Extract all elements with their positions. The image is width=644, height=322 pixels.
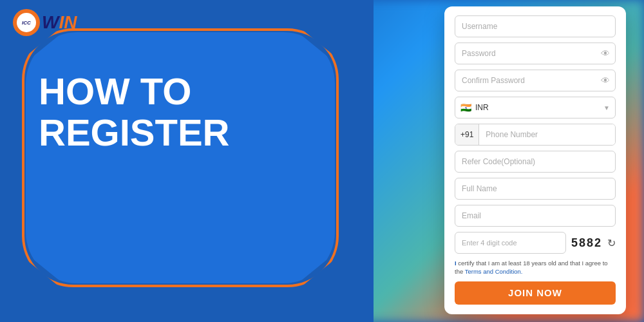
password-input[interactable] [455,43,616,64]
confirm-password-toggle-icon[interactable]: 👁 [601,75,610,86]
terms-text: I certify that I am at least 18 years ol… [455,259,616,276]
fullname-field [455,178,616,200]
logo-in: IN [59,12,77,32]
fullname-input[interactable] [455,178,616,200]
heading-line1: HOW TO [39,71,230,112]
terms-link[interactable]: Terms and Condition. [465,268,523,275]
currency-select-wrap: 🇮🇳 INR ▼ [455,97,616,118]
left-panel [0,0,374,322]
logo-circle: ICC [13,9,40,36]
currency-flag: 🇮🇳 [460,102,471,113]
phone-field: +91 [455,124,616,146]
phone-code: +91 [455,124,479,145]
currency-code: INR [475,103,489,112]
logo-inner-circle: ICC [17,13,36,32]
logo-icc-text: ICC [22,20,31,26]
main-heading: HOW TO REGISTER [39,71,230,153]
captcha-row: 5882 ↻ [455,232,616,254]
captcha-code: 5882 [571,236,602,250]
email-field [455,205,616,227]
refer-code-field [455,151,616,173]
logo-w: W [42,12,59,32]
heading-line2: REGISTER [39,112,230,153]
shape-border [22,28,339,287]
email-input[interactable] [455,205,616,227]
phone-input[interactable] [479,124,615,145]
currency-chevron-icon: ▼ [603,104,610,111]
confirm-password-input[interactable] [455,70,616,91]
currency-selector[interactable]: 🇮🇳 INR [455,97,616,118]
logo-win-text: WIN [42,12,77,33]
registration-form: 👁 👁 🇮🇳 INR ▼ +91 5882 ↻ I certify t [444,6,626,314]
refresh-captcha-icon[interactable]: ↻ [607,237,616,249]
password-field: 👁 [455,43,616,64]
refer-code-input[interactable] [455,151,616,173]
username-field [455,15,616,37]
terms-i: I [455,260,457,267]
captcha-input[interactable] [455,232,566,254]
join-now-button[interactable]: JOIN NOW [455,281,616,305]
confirm-password-field: 👁 [455,70,616,91]
password-toggle-icon[interactable]: 👁 [601,48,610,59]
username-input[interactable] [455,15,616,37]
logo: ICC WIN [13,9,77,36]
